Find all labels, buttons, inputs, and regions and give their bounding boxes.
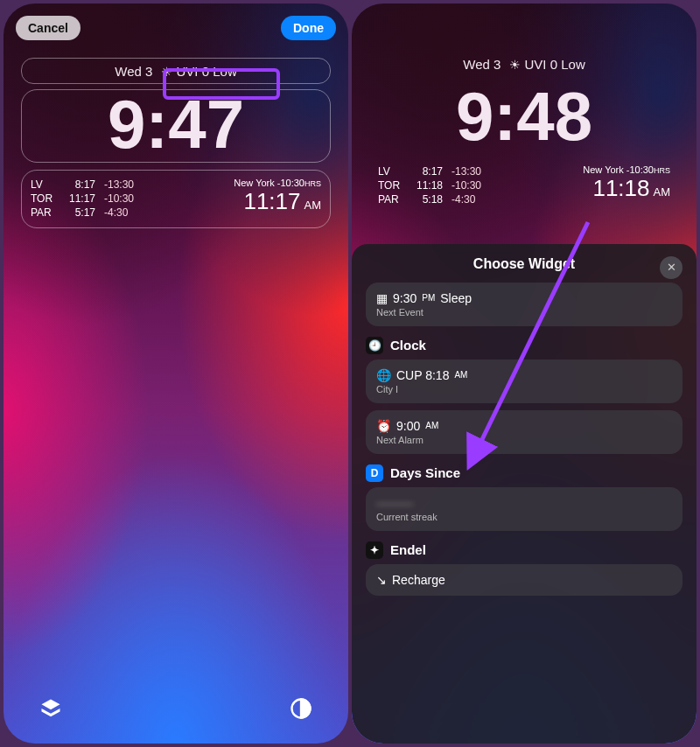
group-days-since: DDays Since ——— Current streak: [366, 464, 682, 531]
date-widget[interactable]: Wed 3 ☀ UVI 0 Low: [21, 58, 331, 84]
close-button[interactable]: ✕: [660, 256, 682, 279]
alarm-icon: ⏰: [376, 419, 391, 433]
phone-right: Wed 3 ☀ UVI 0 Low 9:48 LV8:17-13:30 TOR1…: [352, 3, 696, 744]
phone-left: Cancel Done Wed 3 ☀ UVI 0 Low 9:47 LV8:1…: [4, 3, 348, 744]
endel-app-icon: ✦: [366, 541, 383, 559]
sheet-title: Choose Widget: [473, 256, 575, 272]
widget-alarm[interactable]: ⏰ 9:00 AM Next Alarm: [366, 410, 682, 454]
cancel-button[interactable]: Cancel: [16, 16, 80, 40]
days-since-app-icon: D: [366, 464, 383, 482]
group-clock: 🕘Clock 🌐 CUP 8:18 AM City I ⏰ 9:00 AM Ne…: [366, 337, 682, 454]
widget-sleep[interactable]: ▦ 9:30PM Sleep Next Event: [366, 283, 682, 326]
worldclock-widget: LV8:17-13:30 TOR11:18-10:30 PAR5:18-4:30…: [369, 157, 679, 214]
date-text: Wed 3: [463, 57, 500, 72]
calendar-icon: ▦: [376, 291, 388, 305]
worldclock-widget[interactable]: LV8:17-13:30 TOR11:17-10:30 PAR5:17-4:30…: [21, 170, 331, 228]
widget-city[interactable]: 🌐 CUP 8:18 AM City I: [366, 360, 682, 403]
widget-streak[interactable]: ——— Current streak: [366, 487, 682, 531]
date-widget[interactable]: Wed 3 ☀ UVI 0 Low: [369, 51, 679, 77]
globe-icon: 🌐: [376, 368, 391, 382]
group-endel: ✦Endel ↘ Recharge: [366, 541, 682, 596]
layers-icon[interactable]: [38, 696, 63, 721]
city-list: LV8:17-13:30 TOR11:17-10:30 PAR5:17-4:30: [31, 178, 225, 220]
arrow-down-right-icon: ↘: [376, 573, 387, 587]
contrast-icon[interactable]: [289, 696, 313, 721]
clock-widget: 9:48: [369, 82, 679, 150]
widget-picker-sheet: Choose Widget ✕ ▦ 9:30PM Sleep Next Even…: [352, 244, 696, 744]
sun-icon: ☀: [509, 58, 521, 72]
primary-city: New York -10:30HRS 11:17AM: [234, 178, 321, 220]
uvi-text: UVI 0 Low: [525, 57, 585, 72]
close-icon: ✕: [667, 261, 676, 274]
done-button[interactable]: Done: [281, 16, 336, 40]
clock-widget[interactable]: 9:47: [21, 89, 331, 163]
widget-recharge[interactable]: ↘ Recharge: [366, 564, 682, 596]
editor-topbar: Cancel Done: [4, 3, 348, 40]
date-text: Wed 3: [115, 64, 152, 79]
clock-app-icon: 🕘: [366, 337, 383, 354]
sun-icon: ☀: [161, 65, 172, 79]
uvi-text: UVI 0 Low: [177, 64, 237, 79]
